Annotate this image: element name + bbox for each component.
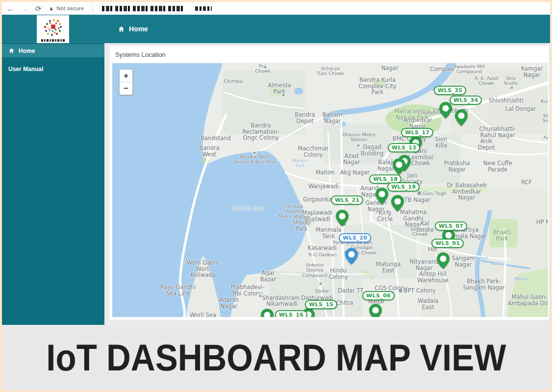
site-security-chip[interactable]: ▲ Not secure bbox=[49, 5, 84, 12]
map-marker-label[interactable]: WLS_15 bbox=[305, 300, 337, 309]
map-place-label: Dadar TT bbox=[338, 288, 363, 294]
map-place-label: Wanjawadi bbox=[308, 183, 339, 190]
map-place-label: AgarBazar bbox=[260, 270, 276, 282]
station-icon bbox=[356, 144, 360, 147]
station-icon bbox=[252, 151, 256, 155]
map-place-label: Bandstand bbox=[201, 135, 231, 142]
map-place-label: Swadeshi MillCompound bbox=[453, 64, 485, 74]
map-marker-label[interactable]: WLS_34 bbox=[450, 96, 482, 105]
map-place-label: BandraWest bbox=[199, 145, 219, 157]
map-marker-pin[interactable] bbox=[455, 109, 468, 126]
map-place-label: New CuffeParade bbox=[483, 160, 512, 172]
map-marker-label[interactable]: WLS_19 bbox=[387, 182, 420, 192]
map-place-label: BalajiNagar bbox=[377, 159, 395, 172]
map-place-label: Antop HillWarehouse bbox=[417, 271, 449, 283]
back-icon[interactable]: ← bbox=[7, 5, 14, 12]
map-place-label: Kasarwadi bbox=[307, 245, 336, 251]
map-place-label: PaliChowk bbox=[255, 64, 271, 74]
map-place-label: Bandra WorliSea-Link Bus Stop bbox=[234, 154, 276, 165]
url-redacted[interactable] bbox=[102, 6, 184, 11]
map-marker-label[interactable]: WLS_13 bbox=[388, 143, 420, 152]
map-marker-pin[interactable] bbox=[369, 304, 382, 317]
map-marker-label[interactable]: WLS_20 bbox=[339, 233, 371, 243]
logo-pixel-art bbox=[42, 17, 64, 39]
main-content: Systems Location bbox=[104, 43, 551, 325]
map-place-label: AnikDepot bbox=[478, 138, 495, 150]
header-nav-home[interactable]: Home bbox=[118, 15, 148, 43]
map-place-label: MahimFort bbox=[292, 158, 308, 169]
zoom-out-button[interactable]: − bbox=[120, 82, 132, 95]
map-place-label: Dr BabasahebAmbedkarNagar bbox=[447, 182, 486, 201]
map-place-label: Mahul bbox=[490, 261, 504, 266]
caption-text: IoT DASHBOARD MAP VIEW bbox=[46, 336, 506, 378]
map-marker-pin[interactable] bbox=[393, 158, 405, 175]
map-marker-pin[interactable] bbox=[391, 195, 404, 212]
map-marker-label[interactable]: WLS_21 bbox=[331, 196, 363, 205]
map-marker-pin[interactable] bbox=[376, 188, 388, 204]
map-marker-label[interactable]: WLS_17 bbox=[401, 128, 433, 137]
map-place-label: Dharavi MetroStation bbox=[342, 132, 375, 143]
app-logo bbox=[37, 15, 69, 43]
map-place-label: AcharyaTulsi Chowk bbox=[317, 66, 344, 76]
app-header: Home bbox=[2, 15, 550, 43]
map-place-label: WadalaEast bbox=[418, 298, 438, 310]
map-place-label: AzadNagar bbox=[343, 153, 360, 165]
map-marker-label[interactable]: WLS_07 bbox=[435, 221, 467, 231]
station-icon bbox=[281, 93, 285, 97]
map-place-label: Chitra bbox=[336, 300, 353, 306]
map-place-label: Shardashram bbox=[262, 295, 300, 301]
map-place-label: MatungaEast bbox=[376, 261, 401, 273]
map-place-label: Mahul bbox=[514, 276, 528, 281]
map-place-label: Mahim Bay bbox=[233, 205, 264, 212]
station-icon bbox=[510, 86, 514, 90]
map-marker-label[interactable]: WLS_16 bbox=[275, 310, 307, 317]
refresh-icon[interactable]: ⟳ bbox=[35, 5, 42, 12]
map-place-label: Lal Dongar bbox=[505, 106, 536, 112]
station-icon bbox=[319, 282, 323, 286]
map-place-label: Guru Tegh bbox=[418, 191, 446, 196]
map-place-label: HinduColony bbox=[328, 268, 348, 280]
sidebar-home-label: Home bbox=[19, 48, 35, 54]
map-place-label: AntonioDesilvaCompound bbox=[302, 263, 327, 278]
map-place-label: Mahul bbox=[473, 256, 487, 261]
forward-icon[interactable]: → bbox=[21, 5, 28, 12]
map-place-label: Mahim bbox=[316, 170, 335, 176]
map-marker-pin[interactable] bbox=[336, 210, 349, 226]
map-place-label: MacchimarColony bbox=[298, 146, 328, 158]
map-place-label: Chunabhatti-Rahul Nagar bbox=[479, 126, 516, 138]
map-place-label: ManmalaTank bbox=[316, 227, 342, 239]
map-place-label: A. K. AzadChowk bbox=[475, 76, 498, 86]
map-place-label: Sector 1Chowk bbox=[410, 227, 430, 237]
map-place-label: BhaktiPark bbox=[493, 229, 511, 242]
map-place-label: Dadar bbox=[315, 289, 329, 294]
map-place-label: Ash bbox=[543, 135, 548, 140]
sidebar-item-user-manual[interactable]: User Manual bbox=[2, 62, 104, 75]
map-marker-pin[interactable] bbox=[345, 248, 358, 265]
map-marker-pin[interactable] bbox=[261, 309, 274, 317]
map-marker-pin[interactable] bbox=[437, 252, 450, 269]
map-place-label: BandraDepot bbox=[295, 112, 315, 124]
map-place-label: AlmeidaPark bbox=[268, 82, 291, 95]
systems-location-panel: Systems Location bbox=[109, 45, 550, 320]
divider bbox=[93, 5, 93, 12]
warning-icon: ▲ bbox=[49, 5, 54, 12]
sidebar-item-home[interactable]: Home bbox=[2, 44, 104, 57]
browser-toolbar: ← → ⟳ ▲ Not secure bbox=[2, 2, 550, 15]
map-place-label: Rajiv GandhiSea Link bbox=[160, 284, 196, 296]
map-place-label: ShivajiPark bbox=[292, 220, 311, 232]
zoom-in-button[interactable]: + bbox=[120, 70, 132, 82]
map-canvas[interactable]: + − PaliChowkChimbaiAlmeidaParkAcharyaTu… bbox=[112, 63, 548, 317]
map-marker-label[interactable]: WLS_35 bbox=[434, 86, 466, 95]
map-place-label: Bhakti Park-Sangam Nagar bbox=[463, 278, 505, 291]
map-place-label: RCF bbox=[521, 179, 532, 186]
map-place-label: Worli Gaon-WorliKoliwada bbox=[187, 260, 220, 278]
sidebar-user-manual-label: User Manual bbox=[8, 66, 43, 73]
map-marker-label[interactable]: WLS_06 bbox=[362, 291, 395, 300]
map-marker-label[interactable]: WLS_01 bbox=[431, 239, 464, 248]
map-place-label: HP N bbox=[536, 219, 548, 225]
map-place-label: SangamNagar bbox=[452, 255, 475, 268]
map-place-label: Worli Sea bbox=[190, 312, 216, 317]
map-marker-pin[interactable] bbox=[439, 102, 452, 119]
not-secure-label: Not secure bbox=[56, 5, 84, 11]
map-place-label: DagadBuilding bbox=[361, 144, 384, 156]
